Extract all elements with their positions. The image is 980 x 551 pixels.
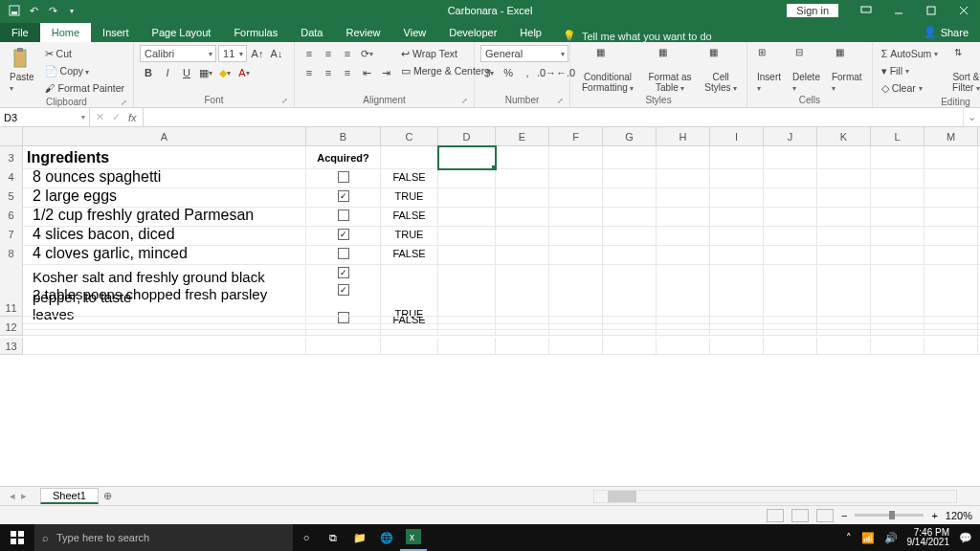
save-icon[interactable] bbox=[8, 4, 21, 17]
copy-button[interactable]: 📄Copy bbox=[42, 62, 127, 79]
chrome-icon[interactable]: 🌐 bbox=[373, 524, 400, 551]
format-as-table-button[interactable]: ▦Format as Table bbox=[643, 45, 697, 95]
cell[interactable] bbox=[438, 338, 496, 355]
align-top-icon[interactable]: ≡ bbox=[301, 45, 318, 62]
number-format-combo[interactable]: General bbox=[480, 45, 568, 62]
add-sheet-button[interactable]: ⊕ bbox=[99, 490, 118, 502]
row-header[interactable]: 13 bbox=[0, 338, 23, 355]
volume-icon[interactable]: 🔊 bbox=[884, 532, 898, 544]
formula-input[interactable] bbox=[144, 108, 963, 126]
fx-icon[interactable]: fx bbox=[128, 112, 137, 123]
cell[interactable] bbox=[817, 299, 871, 317]
cell[interactable] bbox=[496, 299, 549, 317]
cell[interactable] bbox=[603, 319, 657, 336]
page-break-view-icon[interactable] bbox=[816, 509, 834, 522]
clipboard-launcher-icon[interactable]: ⤢ bbox=[121, 99, 127, 107]
minimize-icon[interactable] bbox=[882, 0, 915, 21]
cell-styles-button[interactable]: ▦Cell Styles bbox=[701, 45, 741, 95]
column-header[interactable]: K bbox=[817, 127, 871, 146]
cell[interactable] bbox=[817, 338, 871, 355]
cell[interactable] bbox=[710, 299, 764, 317]
tab-page-layout[interactable]: Page Layout bbox=[141, 23, 223, 42]
column-header[interactable]: A bbox=[23, 127, 306, 146]
tab-developer[interactable]: Developer bbox=[437, 23, 508, 42]
task-view-icon[interactable]: ⧉ bbox=[320, 524, 346, 551]
percent-icon[interactable]: % bbox=[500, 64, 517, 81]
delete-cells-button[interactable]: ⊟Delete bbox=[789, 45, 824, 95]
number-launcher-icon[interactable]: ⤢ bbox=[557, 97, 564, 105]
zoom-in-icon[interactable]: + bbox=[931, 510, 937, 521]
cell[interactable] bbox=[23, 299, 306, 317]
taskbar-search[interactable]: ⌕ Type here to search bbox=[34, 524, 293, 551]
network-icon[interactable]: 📶 bbox=[861, 532, 875, 544]
row-header[interactable]: 11 bbox=[0, 299, 23, 317]
fill-color-button[interactable]: ◆ bbox=[216, 64, 234, 81]
cell[interactable] bbox=[710, 319, 764, 336]
column-header[interactable]: L bbox=[871, 127, 924, 146]
decrease-font-icon[interactable]: A↓ bbox=[268, 45, 285, 62]
tab-insert[interactable]: Insert bbox=[91, 23, 141, 42]
cell[interactable] bbox=[306, 299, 381, 317]
format-painter-button[interactable]: 🖌Format Painter bbox=[42, 79, 127, 97]
tab-view[interactable]: View bbox=[392, 23, 438, 42]
cell[interactable] bbox=[764, 299, 817, 317]
sheet-next-icon[interactable]: ▸ bbox=[21, 490, 27, 502]
cell[interactable] bbox=[924, 299, 978, 317]
start-button[interactable] bbox=[0, 524, 34, 551]
share-button[interactable]: 👤 Share bbox=[912, 22, 980, 42]
tell-me-search[interactable]: 💡 Tell me what you want to do bbox=[563, 30, 712, 42]
underline-button[interactable]: U bbox=[178, 64, 195, 81]
cell[interactable] bbox=[657, 319, 710, 336]
cell[interactable] bbox=[924, 319, 978, 336]
font-launcher-icon[interactable]: ⤢ bbox=[281, 97, 288, 105]
column-header[interactable]: E bbox=[496, 127, 549, 146]
file-explorer-icon[interactable]: 📁 bbox=[346, 524, 373, 551]
enter-formula-icon[interactable]: ✓ bbox=[112, 111, 121, 123]
currency-icon[interactable]: $ bbox=[480, 64, 498, 81]
ribbon-options-icon[interactable] bbox=[850, 0, 882, 21]
column-header[interactable]: C bbox=[381, 127, 438, 146]
cell[interactable] bbox=[438, 146, 496, 169]
zoom-level[interactable]: 120% bbox=[946, 510, 972, 521]
tab-home[interactable]: Home bbox=[40, 23, 91, 42]
cell[interactable] bbox=[438, 299, 496, 317]
cell[interactable] bbox=[871, 299, 924, 317]
italic-button[interactable]: I bbox=[159, 64, 176, 81]
name-box[interactable]: D3 bbox=[0, 108, 90, 126]
zoom-slider[interactable] bbox=[855, 514, 924, 517]
column-header[interactable]: H bbox=[657, 127, 710, 146]
cell[interactable] bbox=[23, 338, 306, 355]
cell[interactable] bbox=[871, 319, 924, 336]
align-center-icon[interactable]: ≡ bbox=[320, 64, 337, 81]
sheet-prev-icon[interactable]: ◂ bbox=[10, 490, 15, 502]
font-name-combo[interactable]: Calibri bbox=[140, 45, 216, 62]
cancel-formula-icon[interactable]: ✕ bbox=[96, 111, 104, 123]
increase-decimal-icon[interactable]: .0→ bbox=[538, 64, 555, 81]
tab-file[interactable]: File bbox=[0, 23, 40, 42]
increase-indent-icon[interactable]: ⇥ bbox=[377, 64, 394, 81]
cell[interactable] bbox=[306, 319, 381, 336]
cell[interactable] bbox=[549, 319, 603, 336]
clear-button[interactable]: ◇Clear bbox=[879, 79, 942, 97]
cell[interactable] bbox=[496, 319, 549, 336]
column-header[interactable]: J bbox=[764, 127, 817, 146]
cell[interactable] bbox=[764, 338, 817, 355]
column-header[interactable]: M bbox=[924, 127, 978, 146]
cell[interactable] bbox=[438, 319, 496, 336]
insert-cells-button[interactable]: ⊞Insert bbox=[753, 45, 785, 95]
undo-icon[interactable]: ↶ bbox=[27, 4, 40, 17]
cell[interactable] bbox=[23, 319, 306, 336]
cell[interactable] bbox=[549, 338, 603, 355]
tab-help[interactable]: Help bbox=[508, 23, 553, 42]
column-header[interactable]: F bbox=[549, 127, 603, 146]
cell[interactable] bbox=[381, 299, 438, 317]
expand-formula-bar-icon[interactable]: ⌄ bbox=[963, 108, 980, 126]
font-size-combo[interactable]: 11 bbox=[218, 45, 247, 62]
align-left-icon[interactable]: ≡ bbox=[301, 64, 318, 81]
sort-filter-button[interactable]: ⇅Sort & Filter bbox=[945, 45, 980, 95]
column-header[interactable]: I bbox=[710, 127, 764, 146]
notifications-icon[interactable]: 💬 bbox=[959, 532, 972, 544]
cell[interactable] bbox=[710, 338, 764, 355]
sign-in-button[interactable]: Sign in bbox=[787, 4, 838, 17]
cell[interactable] bbox=[381, 338, 438, 355]
